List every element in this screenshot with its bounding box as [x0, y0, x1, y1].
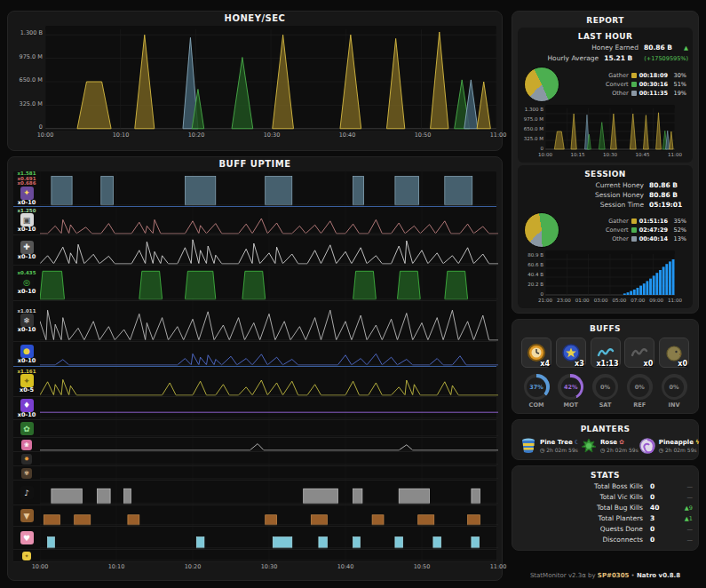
- honey-x-axis: 10:0010:1010:2010:3010:4010:5011:00: [45, 131, 498, 140]
- gauge-ring: 42%: [558, 374, 583, 400]
- buff-row-focus: ♦x0-10: [13, 397, 496, 420]
- last-hour-mini-chart-wrap: 1.300 B975.0 M650.0 M325.0 M0: [522, 105, 688, 151]
- report-column: REPORT LAST HOUR Honey Earned80.86 B▲Hou…: [512, 11, 699, 581]
- oil-icon: ◎: [20, 275, 34, 289]
- stats-box: STATS Total Boss Kills0—Total Vic Kills0…: [512, 465, 699, 551]
- gift-icon-cell: ✦: [13, 550, 40, 561]
- last-hour-title: LAST HOUR: [522, 32, 688, 41]
- footer: StatMonitor v2.3α by SP#0305 • Natro v0.…: [512, 572, 699, 581]
- legend-time: 02:47:29: [639, 226, 668, 234]
- buff-row-music: ♪: [13, 481, 496, 505]
- stats-label: Quests Done: [518, 524, 650, 535]
- buff-range-label: x0-5: [20, 387, 34, 393]
- y-tick-label: 20.2 B: [528, 282, 543, 287]
- legend-row: Gather00:18:0930%: [567, 72, 686, 79]
- buff-row-turtle: ✿: [13, 420, 496, 438]
- session-pie-chart: [524, 212, 559, 248]
- buff-tile-multiplier: x3: [575, 360, 584, 368]
- buff-row-jar: x1.250▣x0-10: [13, 207, 496, 235]
- gauge-ring: 0%: [662, 374, 687, 400]
- gauge-percent: 0%: [662, 374, 687, 400]
- x-tick-label: 11:00: [490, 131, 507, 139]
- buff-gauges: 37%COM42%MOT0%SAT0%REF0%INV: [518, 369, 693, 409]
- gauge-ring: 0%: [627, 374, 653, 400]
- last-hour-mini-chart: [545, 105, 675, 151]
- stats-label: Total Planters: [518, 513, 650, 524]
- stat-label: Hourly Average: [522, 53, 604, 63]
- last-hour-legend: Gather00:18:0930%Convert00:30:1651%Other…: [567, 72, 686, 97]
- clock-buff-tile: x4: [521, 338, 551, 368]
- honey-panel-title: HONEY/SEC: [8, 12, 502, 26]
- x-tick-label: 10:40: [339, 131, 356, 139]
- clock-icon: ◷: [659, 447, 665, 453]
- stats-row: Total Vic Kills0—: [518, 492, 693, 503]
- jug-icon-cell: ▼: [13, 505, 40, 526]
- y-tick-label: 0: [39, 123, 43, 131]
- buff-tile-multiplier: x0: [678, 360, 687, 368]
- legend-label: Gather: [608, 218, 628, 225]
- stat-row: Hourly Average15.21 B(+17509595%): [522, 53, 688, 64]
- wave-buff-inactive-tile: x0: [624, 338, 654, 368]
- paw-icon-cell: ✾: [13, 466, 40, 480]
- planter-field-icon: ϟ: [695, 439, 700, 446]
- planter-rose: Rose✿◷ 2h 02m 59s: [580, 437, 639, 455]
- stats-label: Total Bug Kills: [518, 503, 650, 513]
- y-tick-label: 1.300 B: [525, 107, 543, 112]
- stat-label: Session Time: [522, 200, 649, 210]
- last-hour-pie-chart: [524, 67, 559, 102]
- buff-range-label: x0-10: [18, 226, 36, 233]
- cross-icon: ✚: [20, 241, 34, 254]
- buff-row-jug: ▼: [13, 505, 496, 527]
- planter-info: Rose✿◷ 2h 02m 59s: [600, 439, 639, 454]
- spark-icon-cell: ✸: [13, 452, 40, 465]
- turtle-icon-cell: ✿: [13, 420, 40, 437]
- stats-delta: —: [673, 524, 693, 535]
- planter-time-value: 2h 02m 59s: [546, 447, 578, 453]
- planter-pine-tree: Pine Tree☾◷ 2h 02m 59s: [520, 437, 580, 455]
- stats-delta: —: [673, 535, 693, 545]
- x-tick-label: 11:00: [668, 152, 682, 157]
- buff-tiles: x4x3x1:13x0x0: [518, 335, 693, 369]
- wave-buff-tile: x1:13: [591, 338, 621, 368]
- stat-value: 05:19:01: [649, 200, 688, 210]
- buff-range-label: x0-10: [18, 289, 36, 295]
- x-tick-label: 23:00: [557, 298, 571, 303]
- stat-row: Current Honey80.86 B: [522, 180, 688, 190]
- planter-timer: ◷ 2h 02m 59s: [600, 447, 639, 454]
- buff-row-sprite: x1.581x0.691x0.686✦x0-10: [13, 171, 496, 207]
- legend-label: Gather: [608, 72, 628, 79]
- buff-row-cross: ✚x0-10: [13, 235, 496, 266]
- snowflake-icon-cell: x1.011❄x0-10: [13, 301, 40, 341]
- ball-icon-cell: ●x0-10: [13, 342, 40, 366]
- session-pie-row: Gather01:51:1635%Convert02:47:2952%Other…: [522, 212, 688, 248]
- gauge-percent: 42%: [558, 374, 583, 400]
- stat-value: 80.86 B: [649, 180, 688, 190]
- buff-chart-sprite: [40, 171, 498, 206]
- stat-row: Session Honey80.86 B: [522, 190, 688, 200]
- pineapple-planter-icon: [639, 437, 656, 455]
- y-tick-label: 325.0 M: [20, 100, 43, 107]
- last-hour-stat-rows: Honey Earned80.86 B▲Hourly Average15.21 …: [522, 43, 688, 64]
- footer-prefix: StatMonitor v2.3α by: [530, 572, 598, 579]
- x-tick-label: 07:00: [631, 298, 645, 303]
- gauge-ring: 37%: [524, 374, 550, 400]
- planter-time-value: 2h 02m 59s: [665, 447, 697, 453]
- x-tick-label: 01:00: [575, 298, 590, 303]
- buff-chart-snowflake: [40, 301, 498, 341]
- buff-chart-flower: [40, 438, 498, 451]
- x-tick-label: 10:30: [261, 563, 278, 570]
- x-tick-label: 11:00: [490, 563, 507, 570]
- session-title: SESSION: [522, 170, 688, 179]
- gauge-label: REF: [624, 401, 654, 409]
- buff-tile-multiplier: x1:13: [596, 360, 618, 368]
- legend-time: 01:51:16: [639, 218, 668, 225]
- buff-multiplier-label: x0.686: [18, 181, 36, 187]
- x-tick-label: 10:20: [185, 563, 202, 570]
- sprite-icon-cell: x1.581x0.691x0.686✦x0-10: [13, 171, 40, 206]
- buff-row-heart: ♥: [13, 527, 496, 550]
- buff-row-snowflake: x1.011❄x0-10: [13, 301, 496, 342]
- spark-icon: ✸: [21, 454, 32, 465]
- buff-range-label: x0-10: [18, 412, 36, 418]
- buff-chart-heart: [40, 527, 498, 549]
- footer-separator: •: [629, 572, 637, 579]
